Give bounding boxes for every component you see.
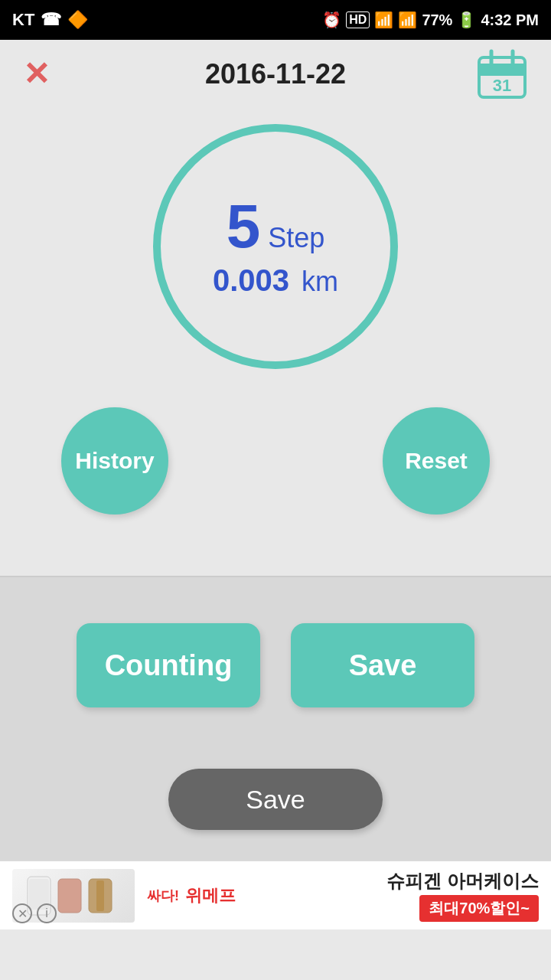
distance-value: 0.003 [213,263,289,298]
svg-rect-7 [58,879,81,913]
ad-brand: 싸다! 위메프 [147,884,374,907]
svg-rect-9 [96,880,104,911]
svg-rect-1 [479,64,525,76]
distance-unit: km [302,266,338,298]
counting-button[interactable]: Counting [77,623,260,707]
status-left: KT ☎ 🔶 [12,10,88,30]
counting-save-row: Counting Save [77,623,474,707]
calendar-icon[interactable]: 31 [476,48,528,100]
step-counter-circle: 5 Step 0.003 km [153,124,398,369]
step-label: Step [268,224,324,252]
header: ✕ 2016-11-22 31 [0,40,551,109]
battery-icon: 🔋 [457,11,476,29]
ad-brand-name: 위메프 [185,884,236,907]
hd-icon: HD [346,11,370,28]
status-bar: KT ☎ 🔶 ⏰ HD 📶 📶 77% 🔋 4:32 PM [0,0,551,40]
alarm-icon: ⏰ [322,11,341,29]
time-label: 4:32 PM [481,11,539,29]
call-icon: ☎ [41,10,61,30]
carrier-label: KT [12,10,34,30]
ad-close-row: ✕ i [12,903,57,923]
badge-icon: 🔶 [67,10,88,30]
ad-brand-prefix: 싸다! [147,887,179,905]
bottom-area: Counting Save Save [0,577,551,861]
step-display: 5 Step [227,196,325,257]
svg-text:31: 31 [493,76,511,95]
close-button[interactable]: ✕ [23,58,50,90]
header-date: 2016-11-22 [205,58,346,90]
step-count: 5 [227,196,261,257]
signal-icon: 📶 [398,11,417,29]
main-area: 5 Step 0.003 km History Reset [0,109,551,537]
distance-display: 0.003 km [213,263,338,298]
reset-button[interactable]: Reset [383,407,490,514]
ad-banner: 싸다! 위메프 슈피겐 아머케이스 최대70%할인~ ✕ i [0,861,551,929]
status-right: ⏰ HD 📶 📶 77% 🔋 4:32 PM [322,11,539,29]
wifi-icon: 📶 [374,11,393,29]
history-button[interactable]: History [61,407,168,514]
ad-discount-badge: 최대70%할인~ [419,895,539,922]
save-pill-button[interactable]: Save [168,769,383,830]
ad-product-name: 슈피겐 아머케이스 [386,869,539,893]
ad-info-button[interactable]: i [37,903,57,923]
save-button[interactable]: Save [291,623,474,707]
ad-product-info: 슈피겐 아머케이스 최대70%할인~ [386,869,539,922]
battery-label: 77% [422,11,452,29]
action-buttons-row: History Reset [0,407,551,514]
ad-close-button[interactable]: ✕ [12,903,32,923]
